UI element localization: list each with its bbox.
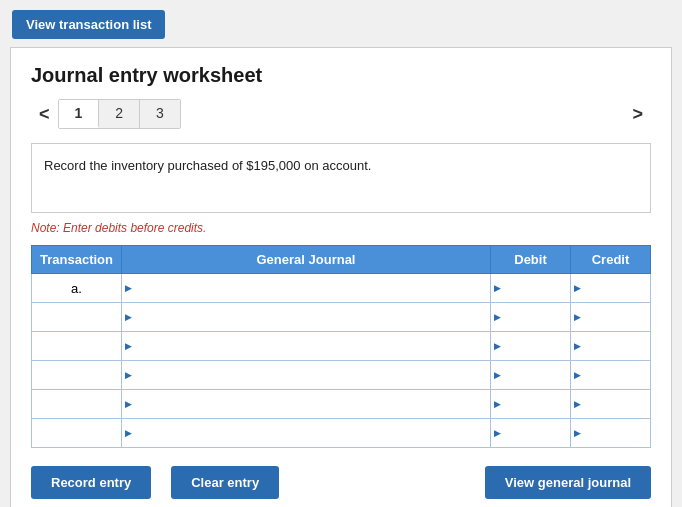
clear-entry-button[interactable]: Clear entry	[171, 466, 279, 499]
journal-cell[interactable]	[122, 274, 491, 303]
table-row	[32, 419, 651, 448]
debit-input[interactable]	[497, 307, 564, 327]
journal-input[interactable]	[128, 394, 484, 414]
table-row	[32, 390, 651, 419]
debit-cell[interactable]	[491, 361, 571, 390]
journal-input[interactable]	[128, 336, 484, 356]
journal-cell[interactable]	[122, 390, 491, 419]
debit-input[interactable]	[497, 423, 564, 443]
transaction-cell	[32, 390, 122, 419]
transaction-cell	[32, 419, 122, 448]
header-transaction: Transaction	[32, 246, 122, 274]
worksheet-title: Journal entry worksheet	[31, 64, 651, 87]
credit-input[interactable]	[577, 365, 644, 385]
credit-cell[interactable]	[571, 303, 651, 332]
description-box: Record the inventory purchased of $195,0…	[31, 143, 651, 213]
transaction-cell	[32, 361, 122, 390]
journal-input[interactable]	[128, 423, 484, 443]
prev-arrow[interactable]: <	[31, 104, 58, 125]
journal-cell[interactable]	[122, 332, 491, 361]
debit-cell[interactable]	[491, 303, 571, 332]
transaction-cell	[32, 332, 122, 361]
header-debit: Debit	[491, 246, 571, 274]
record-entry-button[interactable]: Record entry	[31, 466, 151, 499]
credit-cell[interactable]	[571, 274, 651, 303]
credit-cell[interactable]	[571, 419, 651, 448]
debit-input[interactable]	[497, 278, 564, 298]
credit-input[interactable]	[577, 307, 644, 327]
journal-cell[interactable]	[122, 303, 491, 332]
debit-cell[interactable]	[491, 332, 571, 361]
journal-input[interactable]	[128, 365, 484, 385]
credit-cell[interactable]	[571, 332, 651, 361]
debit-cell[interactable]	[491, 419, 571, 448]
next-arrow[interactable]: >	[624, 104, 651, 125]
transaction-cell: a.	[32, 274, 122, 303]
header-credit: Credit	[571, 246, 651, 274]
table-row	[32, 332, 651, 361]
debit-input[interactable]	[497, 394, 564, 414]
buttons-left: Record entry Clear entry	[31, 466, 279, 499]
buttons-row: Record entry Clear entry View general jo…	[31, 466, 651, 499]
header-general-journal: General Journal	[122, 246, 491, 274]
journal-input[interactable]	[128, 278, 484, 298]
table-row: a.	[32, 274, 651, 303]
journal-table: Transaction General Journal Debit Credit…	[31, 245, 651, 448]
tab-3[interactable]: 3	[140, 100, 180, 128]
journal-input[interactable]	[128, 307, 484, 327]
journal-cell[interactable]	[122, 419, 491, 448]
credit-input[interactable]	[577, 278, 644, 298]
note-text: Note: Enter debits before credits.	[31, 221, 651, 235]
debit-input[interactable]	[497, 336, 564, 356]
table-row	[32, 303, 651, 332]
debit-cell[interactable]	[491, 390, 571, 419]
table-row	[32, 361, 651, 390]
debit-cell[interactable]	[491, 274, 571, 303]
journal-cell[interactable]	[122, 361, 491, 390]
credit-input[interactable]	[577, 336, 644, 356]
credit-cell[interactable]	[571, 361, 651, 390]
credit-input[interactable]	[577, 423, 644, 443]
view-general-journal-button[interactable]: View general journal	[485, 466, 651, 499]
tab-2[interactable]: 2	[99, 100, 140, 128]
credit-cell[interactable]	[571, 390, 651, 419]
view-transaction-list-button[interactable]: View transaction list	[12, 10, 165, 39]
credit-input[interactable]	[577, 394, 644, 414]
debit-input[interactable]	[497, 365, 564, 385]
tab-1[interactable]: 1	[59, 100, 100, 128]
tab-group: 1 2 3	[58, 99, 181, 129]
transaction-cell	[32, 303, 122, 332]
